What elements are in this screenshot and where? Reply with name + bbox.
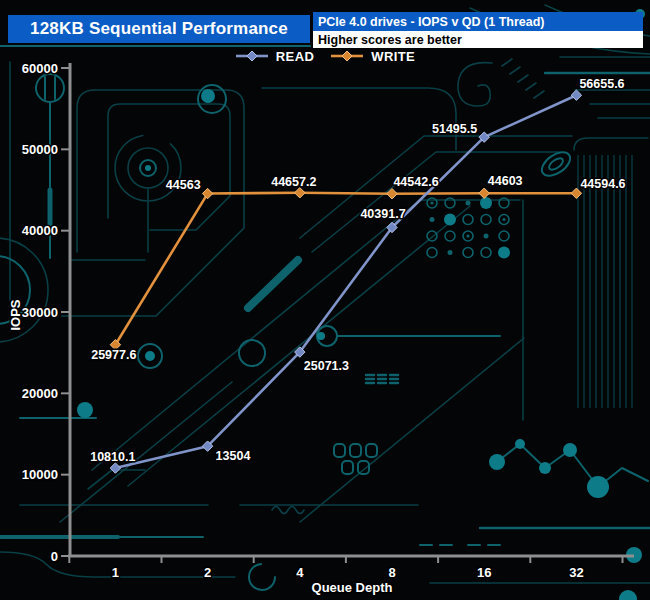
write-data-label: 44542.6 — [393, 175, 438, 189]
write-marker — [479, 188, 489, 198]
read-marker — [571, 90, 581, 100]
benchmark-chart-screenshot: 128KB Sequential Performance PCIe 4.0 dr… — [0, 0, 650, 600]
x-tick-label: 8 — [388, 565, 395, 580]
x-tick-label: 4 — [296, 565, 304, 580]
read-data-label: 51495.5 — [432, 122, 477, 136]
write-data-label: 44657.2 — [271, 175, 316, 189]
read-data-label: 56655.6 — [579, 77, 624, 91]
write-series-line — [115, 193, 576, 345]
y-tick-label: 60000 — [22, 61, 58, 76]
read-marker — [110, 463, 120, 473]
write-data-label: 44594.6 — [580, 177, 625, 191]
read-data-label: 25071.3 — [304, 359, 349, 373]
write-marker — [295, 188, 305, 198]
read-data-label: 10810.1 — [90, 450, 135, 464]
write-data-label: 44563 — [166, 178, 201, 192]
x-tick-label: 2 — [204, 565, 211, 580]
write-marker — [387, 189, 397, 199]
write-data-label: 44603 — [488, 174, 523, 188]
y-axis-title: IOPS — [8, 299, 23, 330]
x-tick-label: 32 — [569, 565, 583, 580]
y-tick-label: 0 — [51, 549, 58, 564]
y-tick-label: 20000 — [22, 386, 58, 401]
y-tick-label: 10000 — [22, 467, 58, 482]
read-data-label: 40391.7 — [360, 207, 405, 221]
read-data-label: 13504 — [216, 449, 251, 463]
y-tick-label: 50000 — [22, 142, 58, 157]
y-tick-label: 40000 — [22, 223, 58, 238]
line-chart-plot: 010000200003000040000500006000012481632Q… — [0, 0, 650, 600]
write-data-label: 25977.6 — [91, 348, 136, 362]
x-tick-label: 16 — [477, 565, 491, 580]
read-series-line — [115, 95, 576, 468]
x-axis-title: Queue Depth — [312, 580, 393, 595]
y-tick-label: 30000 — [22, 305, 58, 320]
x-tick-label: 1 — [112, 565, 119, 580]
